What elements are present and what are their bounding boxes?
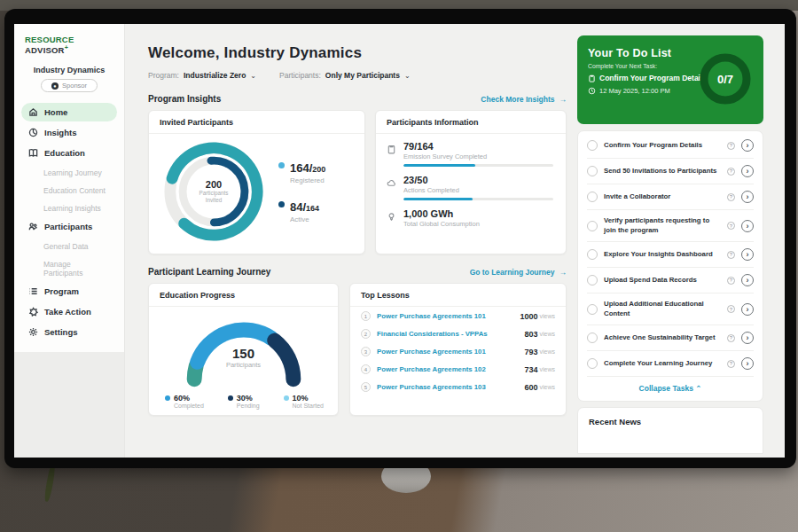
sidebar-item-take-action[interactable]: Take Action [21,302,117,321]
participants-filter-value[interactable]: Only My Participants [325,71,400,80]
sidebar-item-learning-insights[interactable]: Learning Insights [21,200,117,217]
invited-legend: 164/200 Registered 84/164 Active [278,160,325,223]
take-action-icon [28,307,38,317]
chevron-right-button[interactable]: › [741,191,754,203]
todo-due-label: 12 May 2025, 12:00 PM [599,87,670,95]
lesson-link[interactable]: Power Purchase Agreements 101 [377,348,524,356]
task-label: Confirm Your Program Details [604,141,721,151]
logo-advisor: ADVISOR [25,45,65,55]
task-checkbox[interactable] [587,358,598,369]
lesson-link[interactable]: Power Purchase Agreements 101 [377,312,520,320]
task-checkbox[interactable] [587,221,598,231]
help-icon[interactable]: ? [727,251,735,259]
education-gauge-chart: 150 Participants [164,310,324,388]
sidebar-item-education-content[interactable]: Education Content [21,182,117,200]
program-filter-value[interactable]: Industrialize Zero [184,71,246,80]
learning-cards-row: Education Progress 150 Participants [148,283,567,416]
todo-panel: Your To Do List Complete Your Next Task:… [574,24,785,458]
sidebar-item-manage-participants[interactable]: Manage Participants [21,255,117,282]
registered-value: 164/ [290,161,312,175]
logo-resource: RESOURCE [25,35,74,44]
info-card-body: 79/164 Emission Survey Completed 23/50 A… [376,134,566,231]
chevron-right-button[interactable]: › [741,357,754,370]
sidebar-footer [14,352,124,458]
cloud-icon [387,178,396,188]
lesson-link[interactable]: Power Purchase Agreements 103 [377,383,524,391]
todo-next-task-label: Confirm Your Program Details [599,74,707,82]
collapse-tasks-link[interactable]: Collapse Tasks ⌃ [587,377,754,397]
sidebar: RESOURCE ADVISOR+ Industry Dynamics ● Sp… [14,24,125,458]
task-label: Invite a Collaborator [604,192,721,202]
chevron-right-button[interactable]: › [741,248,754,261]
chevron-down-icon[interactable]: ⌄ [250,72,256,80]
sidebar-item-label: Insights [44,128,76,137]
lesson-views: 600 [524,383,537,392]
task-checkbox[interactable] [587,166,598,176]
chevron-right-button[interactable]: › [741,165,754,177]
active-value: 84/ [290,200,306,214]
sidebar-item-education[interactable]: Education [21,144,117,162]
task-checkbox[interactable] [587,275,598,286]
list-icon [28,286,38,296]
education-card-title: Education Progress [149,284,338,307]
go-to-learning-journey-link[interactable]: Go to Learning Journey → [470,268,567,277]
completed-caption: Completed [174,403,204,409]
task-row: Invite a Collaborator ? › [587,184,754,210]
task-checkbox[interactable] [587,192,598,202]
sidebar-item-label: Take Action [44,307,91,317]
task-checkbox[interactable] [587,249,598,260]
completed-pct: 60% [174,394,204,403]
invited-card-body: 200 Participants Invited 164/200 Registe… [149,134,364,244]
chevron-right-button[interactable]: › [741,139,754,152]
not-started-caption: Not Started [293,403,324,409]
legend-pending: 30%Pending [228,394,260,409]
views-suffix: views [539,348,555,355]
top-lessons-card: Top Lessons 1 Power Purchase Agreements … [349,283,567,416]
program-insights-header: Program Insights Check More Insights → [148,94,567,104]
task-checkbox[interactable] [587,332,598,343]
sidebar-item-home[interactable]: Home [21,103,117,121]
sidebar-item-general-data[interactable]: General Data [21,238,117,255]
sponsor-badge: ● Sponsor [41,79,98,92]
education-card-body: 150 Participants 60%Completed 30%Pending [149,307,338,409]
sidebar-item-settings[interactable]: Settings [21,323,117,341]
task-checkbox[interactable] [587,140,598,151]
lesson-views: 793 [524,348,537,356]
check-more-insights-link[interactable]: Check More Insights → [481,95,567,104]
chevron-down-icon[interactable]: ⌄ [404,72,411,80]
donut-center-label: 200 Participants Invited [161,139,266,244]
not-started-pct: 10% [293,394,324,403]
help-icon[interactable]: ? [727,193,735,201]
lesson-rank: 5 [361,382,371,392]
participants-information-card: Participants Information 79/164 Emission… [375,110,567,254]
help-icon[interactable]: ? [727,277,735,285]
emission-survey-bar [403,164,553,167]
task-checkbox[interactable] [587,304,598,315]
sidebar-item-program[interactable]: Program [21,282,117,301]
help-icon[interactable]: ? [727,168,735,176]
help-icon[interactable]: ? [727,360,735,368]
lesson-link[interactable]: Power Purchase Agreements 102 [377,365,524,373]
chevron-right-button[interactable]: › [741,332,754,344]
pending-dot-icon [228,395,233,401]
invited-total: 200 [206,179,222,190]
chevron-right-button[interactable]: › [741,303,754,316]
todo-hero-card: Your To Do List Complete Your Next Task:… [577,35,763,124]
actions-completed-stat: 23/50 Actions Completed [387,175,553,200]
lesson-link[interactable]: Financial Considerations - VPPAs [377,330,524,338]
learning-journey-header: Participant Learning Journey Go to Learn… [148,267,567,277]
clipboard-icon [387,145,396,154]
lesson-row: 2 Financial Considerations - VPPAs 803 v… [350,325,566,342]
help-icon[interactable]: ? [727,142,735,150]
sidebar-item-learning-journey[interactable]: Learning Journey [21,164,117,182]
sidebar-item-participants[interactable]: Participants [21,217,117,236]
help-icon[interactable]: ? [727,334,735,342]
sidebar-item-insights[interactable]: Insights [21,123,117,142]
consumption-value: 1,000 GWh [403,208,553,219]
invited-participants-card: Invited Participants 200 Participants In… [148,110,365,254]
help-icon[interactable]: ? [727,222,735,230]
chevron-right-button[interactable]: › [741,274,754,286]
task-row: Explore Your Insights Dashboard ? › [587,242,754,268]
help-icon[interactable]: ? [727,305,735,313]
chevron-right-button[interactable]: › [741,220,754,232]
